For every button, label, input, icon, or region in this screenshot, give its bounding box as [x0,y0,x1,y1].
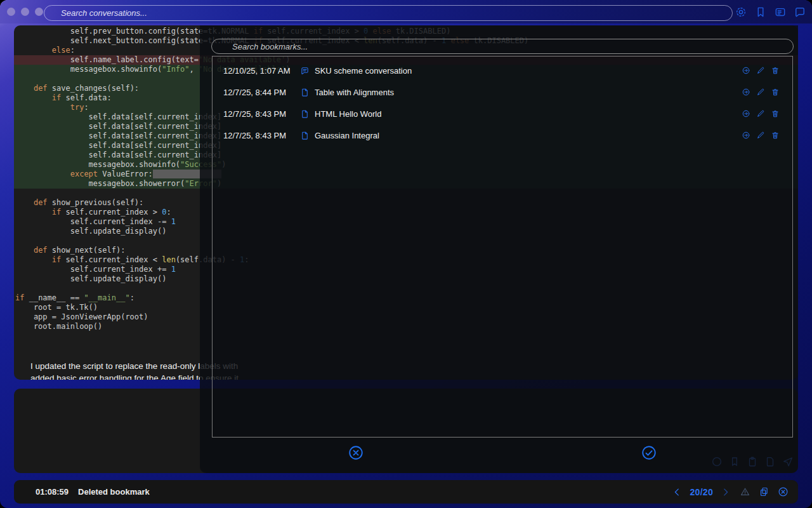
status-time: 01:08:59 [36,487,69,497]
bookmark-title: HTML Hello World [314,109,742,119]
bookmark-row[interactable]: 12/10/25, 1:07 AMSKU scheme conversation [213,60,792,81]
delete-bookmark-icon[interactable] [771,109,780,118]
bookmarks-list: 12/10/25, 1:07 AMSKU scheme conversation… [212,56,793,438]
bookmarks-icon[interactable] [753,4,768,20]
delete-bookmark-icon[interactable] [771,66,780,75]
copy-icon[interactable] [757,486,770,498]
bookmark-row[interactable]: 12/7/25, 8:43 PMGaussian Integral [213,124,792,146]
open-bookmark-icon[interactable] [742,66,750,75]
edit-bookmark-icon[interactable] [756,66,765,75]
confirm-button[interactable] [641,444,657,461]
bookmark-row[interactable]: 12/7/25, 8:44 PMTable with Alignments [213,81,792,103]
bookmark-title: Gaussian Integral [314,131,742,140]
edit-bookmark-icon[interactable] [756,131,765,140]
file-icon [300,88,314,97]
window-control-close[interactable] [7,8,15,16]
file-icon [300,109,314,119]
window-control-minimize[interactable] [21,8,29,16]
next-icon[interactable] [719,486,732,498]
bookmark-actions [742,88,780,97]
bookmark-date: 12/10/25, 1:07 AM [223,66,300,76]
previous-icon[interactable] [671,486,683,498]
open-bookmark-icon[interactable] [742,88,750,97]
open-bookmark-icon[interactable] [742,131,750,140]
close-circle-icon[interactable] [776,486,789,498]
open-bookmark-icon[interactable] [742,109,750,118]
bookmark-title: Table with Alignments [314,88,742,97]
bookmark-date: 12/7/25, 8:44 PM [223,88,300,97]
status-message: Deleted bookmark [78,487,150,497]
bookmark-actions [742,66,780,75]
bookmark-actions [742,131,780,140]
window-control-zoom[interactable] [35,8,43,16]
edit-bookmark-icon[interactable] [756,88,765,97]
app-window: self.prev_button.config(state=tk.NORMAL … [0,0,812,508]
title-bar [0,0,812,23]
chat-bubble-icon [300,66,314,76]
bookmark-actions [742,109,780,118]
page-counter: 20/20 [690,487,713,497]
bookmark-date: 12/7/25, 8:43 PM [223,131,300,140]
conversations-search-input[interactable] [44,5,733,21]
notes-list-icon[interactable] [773,4,788,20]
bookmarks-search-input[interactable] [211,39,794,54]
delete-bookmark-icon[interactable] [771,131,780,140]
edit-bookmark-icon[interactable] [756,109,765,118]
window-controls [7,8,43,16]
titlebar-toolbar [733,4,808,20]
bookmark-row[interactable]: 12/7/25, 8:43 PMHTML Hello World [213,103,792,124]
bookmarks-overlay: 12/10/25, 1:07 AMSKU scheme conversation… [200,25,798,473]
bookmark-title: SKU scheme conversation [314,66,742,76]
chat-icon[interactable] [792,4,808,20]
file-icon [300,131,314,140]
cancel-button[interactable] [348,444,364,461]
delete-bookmark-icon[interactable] [771,88,780,97]
settings-gear-icon[interactable] [733,4,749,20]
bookmark-date: 12/7/25, 8:43 PM [223,109,300,119]
alert-triangle-icon[interactable] [738,486,751,498]
status-bar: 01:08:59 Deleted bookmark 20/20 [14,480,798,504]
